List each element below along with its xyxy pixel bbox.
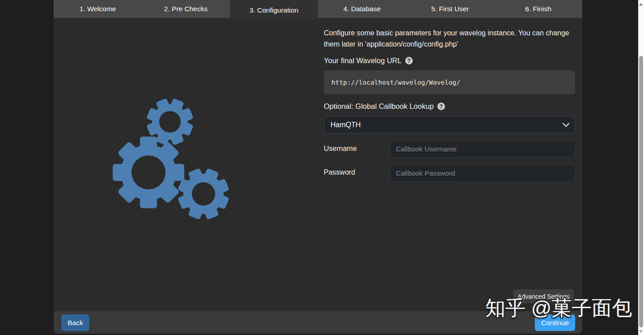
gears-illustration	[110, 92, 244, 226]
password-label: Password	[324, 168, 355, 176]
configuration-panel: Configure some basic parameters for your…	[54, 18, 582, 289]
advanced-settings-button[interactable]: Advanced Settings	[513, 289, 574, 303]
wizard-footer: Back Continue	[54, 311, 582, 334]
help-icon[interactable]: ?	[437, 103, 445, 110]
wavelog-url-label: Your final Wavelog URL ?	[324, 56, 413, 65]
vertical-scrollbar[interactable]	[638, 0, 644, 335]
callbook-lookup-label-text: Optional: Global Callbook Lookup	[324, 102, 434, 111]
setup-wizard-card: 1. Welcome 2. Pre Checks 3. Configuratio…	[54, 0, 582, 334]
tab-welcome[interactable]: 1. Welcome	[54, 0, 142, 18]
chevron-down-icon	[563, 120, 570, 127]
scrollbar-thumb[interactable]	[639, 56, 643, 327]
callbook-selected-option: HamQTH	[330, 121, 361, 129]
wavelog-url-input[interactable]	[324, 70, 575, 94]
tab-first-user[interactable]: 5. First User	[406, 0, 494, 18]
callbook-username-input[interactable]	[390, 141, 575, 158]
continue-button[interactable]: Continue	[535, 314, 575, 331]
tab-pre-checks[interactable]: 2. Pre Checks	[142, 0, 230, 18]
username-label: Username	[324, 145, 357, 153]
wavelog-url-label-text: Your final Wavelog URL	[324, 56, 402, 65]
callbook-password-input[interactable]	[390, 165, 575, 182]
tab-database[interactable]: 4. Database	[318, 0, 406, 18]
help-icon[interactable]: ?	[405, 57, 413, 64]
wizard-step-tabs: 1. Welcome 2. Pre Checks 3. Configuratio…	[54, 0, 582, 18]
tab-finish[interactable]: 6. Finish	[494, 0, 582, 18]
scroll-down-arrow-icon[interactable]	[639, 330, 643, 333]
configuration-intro-text: Configure some basic parameters for your…	[324, 28, 574, 50]
scroll-up-arrow-icon[interactable]	[639, 3, 643, 6]
callbook-select[interactable]: HamQTH	[324, 116, 575, 133]
callbook-lookup-label: Optional: Global Callbook Lookup ?	[324, 102, 445, 111]
back-button[interactable]: Back	[61, 314, 89, 331]
tab-configuration[interactable]: 3. Configuration	[230, 0, 318, 20]
